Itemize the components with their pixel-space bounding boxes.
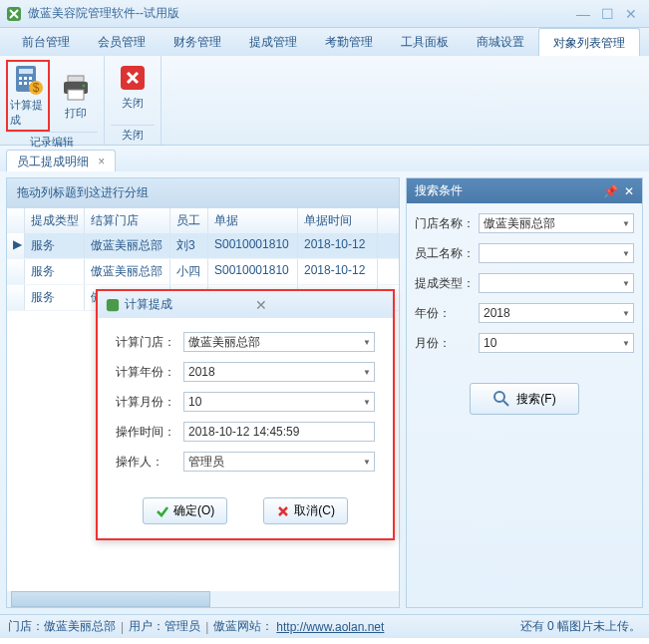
close-label: 关闭 [122,96,144,111]
year-select[interactable]: 2018▼ [479,303,634,323]
svg-rect-7 [24,82,27,85]
minimize-button[interactable]: — [571,5,595,23]
chevron-down-icon: ▼ [622,309,630,318]
menu-3[interactable]: 提成管理 [235,28,311,56]
tab-commission-detail[interactable]: 员工提成明细 × [6,150,116,173]
dlg-year-select[interactable]: 2018▼ [183,362,375,382]
type-select[interactable]: ▼ [479,273,634,293]
month-select[interactable]: 10▼ [479,333,634,353]
menu-5[interactable]: 工具面板 [387,28,463,56]
chevron-down-icon: ▼ [363,398,371,407]
close-tab-button[interactable]: 关闭 [111,60,155,113]
col-type[interactable]: 提成类型 [25,208,85,233]
type-label: 提成类型： [415,275,479,292]
search-panel-title: 搜索条件 📌 ✕ [407,178,642,203]
svg-rect-11 [68,76,84,82]
status-site-link[interactable]: http://www.aolan.net [276,620,384,634]
svg-rect-18 [107,298,119,310]
dlg-time-label: 操作时间： [116,424,183,441]
tab-close-icon[interactable]: × [98,155,105,168]
status-store: 傲蓝美丽总部 [44,618,116,635]
print-button[interactable]: 打印 [54,60,98,132]
store-label: 门店名称： [415,215,479,232]
maximize-button[interactable]: ☐ [595,5,619,23]
pin-icon[interactable]: 📌 [603,184,618,198]
status-store-label: 门店： [8,618,44,635]
close-panel-icon[interactable]: ✕ [624,184,634,198]
dialog-title-text: 计算提成 [125,296,255,313]
menu-1[interactable]: 会员管理 [84,28,160,56]
dlg-month-select[interactable]: 10▼ [183,392,375,412]
svg-point-14 [83,84,86,87]
printer-icon [60,72,92,104]
ok-label: 确定(O) [173,502,214,519]
status-site-label: 傲蓝网站： [213,618,273,635]
staff-label: 员工名称： [415,245,479,262]
menubar: 前台管理会员管理财务管理提成管理考勤管理工具面板商城设置对象列表管理 [0,28,649,56]
search-button-label: 搜索(F) [516,391,555,408]
staff-select[interactable]: ▼ [479,243,634,263]
chevron-down-icon: ▼ [622,249,630,258]
chevron-down-icon: ▼ [363,458,371,467]
grid-header: 提成类型 结算门店 员工 单据 单据时间 [7,207,399,233]
ribbon-group-close: 关闭 关闭 [105,56,162,145]
close-window-button[interactable]: ✕ [619,5,643,23]
close-icon [117,62,149,94]
store-select[interactable]: 傲蓝美丽总部▼ [479,213,634,233]
cancel-label: 取消(C) [294,502,335,519]
svg-rect-2 [19,69,33,74]
ok-button[interactable]: 确定(O) [143,497,227,524]
dlg-store-select[interactable]: 傲蓝美丽总部▼ [183,332,375,352]
table-row[interactable]: ▶服务傲蓝美丽总部刘3S00100018102018-10-12 [7,233,399,259]
horizontal-scrollbar[interactable] [7,591,399,607]
dlg-time-field[interactable]: 2018-10-12 14:45:59 [183,422,375,442]
dlg-month-label: 计算月份： [116,394,183,411]
dialog-titlebar[interactable]: 计算提成 ✕ [98,291,393,318]
search-panel: 搜索条件 📌 ✕ 门店名称：傲蓝美丽总部▼ 员工名称：▼ 提成类型：▼ 年份：2… [406,177,643,608]
app-icon [6,6,22,22]
x-icon [276,504,290,518]
chevron-down-icon: ▼ [363,338,371,347]
svg-rect-13 [68,90,84,100]
search-icon [492,390,510,408]
cancel-button[interactable]: 取消(C) [263,497,348,524]
dlg-user-label: 操作人： [116,454,183,471]
chevron-down-icon: ▼ [622,339,630,348]
col-bill[interactable]: 单据 [208,208,298,233]
dlg-store-label: 计算门店： [116,334,183,351]
calc-commission-label: 计算提成 [10,98,46,128]
month-label: 月份： [415,335,479,352]
menu-6[interactable]: 商城设置 [463,28,538,56]
svg-point-16 [494,392,504,402]
dialog-close-icon[interactable]: ✕ [255,297,386,313]
col-store[interactable]: 结算门店 [85,208,170,233]
calc-commission-button[interactable]: $ 计算提成 [6,60,50,132]
ribbon: $ 计算提成 打印 记录编辑 关闭 关闭 [0,56,649,146]
statusbar: 门店： 傲蓝美丽总部 | 用户： 管理员 | 傲蓝网站： http://www.… [0,614,649,638]
group-by-hint[interactable]: 拖动列标题到这进行分组 [7,178,399,207]
app-title: 傲蓝美容院管理软件--试用版 [28,5,571,22]
tabstrip: 员工提成明细 × [0,146,649,171]
menu-2[interactable]: 财务管理 [160,28,235,56]
calc-commission-dialog: 计算提成 ✕ 计算门店：傲蓝美丽总部▼ 计算年份：2018▼ 计算月份：10▼ … [96,289,395,540]
titlebar: 傲蓝美容院管理软件--试用版 — ☐ ✕ [0,0,649,28]
svg-rect-6 [19,82,22,85]
dlg-user-select[interactable]: 管理员▼ [183,452,375,472]
search-title-text: 搜索条件 [415,182,597,199]
svg-line-17 [503,401,508,406]
col-staff[interactable]: 员工 [170,208,208,233]
chevron-down-icon: ▼ [363,368,371,377]
table-row[interactable]: 服务傲蓝美丽总部小四S00100018102018-10-12 [7,259,399,285]
dlg-year-label: 计算年份： [116,364,183,381]
svg-text:$: $ [33,81,40,95]
check-icon [156,504,169,518]
calculator-icon: $ [12,64,44,96]
menu-7[interactable]: 对象列表管理 [538,28,640,56]
chevron-down-icon: ▼ [622,219,630,228]
col-time[interactable]: 单据时间 [298,208,378,233]
menu-0[interactable]: 前台管理 [8,28,84,56]
dialog-icon [106,298,120,312]
menu-4[interactable]: 考勤管理 [311,28,387,56]
ribbon-group-edit-label: 记录编辑 [6,132,98,152]
search-button[interactable]: 搜索(F) [470,383,578,415]
